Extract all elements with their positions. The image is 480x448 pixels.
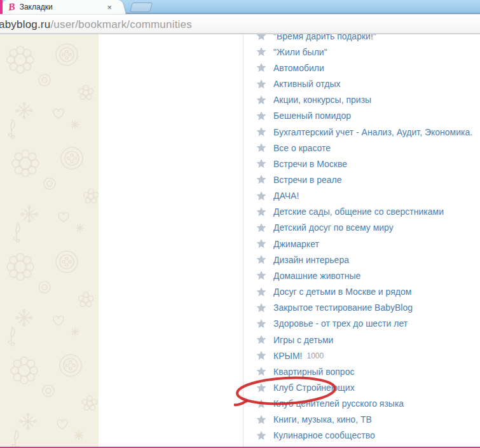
- bookmark-link[interactable]: Домашние животные: [273, 271, 360, 281]
- url-domain: abyblog.ru: [0, 18, 50, 31]
- bookmark-list-item[interactable]: Встречи в Москве: [243, 156, 480, 172]
- bookmark-list-item[interactable]: Домашние животные: [243, 268, 480, 283]
- star-icon[interactable]: [256, 79, 266, 89]
- bookmark-link[interactable]: Книги, музыка, кино, ТВ: [273, 414, 372, 424]
- bookmark-link[interactable]: "Время дарить подарки!": [273, 34, 376, 41]
- star-icon[interactable]: [256, 351, 266, 360]
- bookmark-list-item[interactable]: Активный отдых: [243, 76, 480, 92]
- bookmark-link[interactable]: Активный отдых: [273, 79, 340, 89]
- star-icon[interactable]: [256, 111, 266, 121]
- bookmark-list-item[interactable]: Автомобили: [243, 60, 480, 76]
- bookmark-link[interactable]: Закрытое тестирование BabyBlog: [273, 302, 413, 313]
- bookmark-list-item[interactable]: "Время дарить подарки!": [243, 34, 480, 44]
- star-icon[interactable]: [256, 175, 266, 184]
- bookmark-list-item[interactable]: Кулинарное сообщество: [243, 428, 480, 444]
- bookmark-link[interactable]: "Жили были": [273, 47, 327, 57]
- star-icon[interactable]: [256, 47, 266, 57]
- bookmark-list-item[interactable]: Клуб ценителей русского языка: [243, 396, 480, 412]
- star-icon[interactable]: [256, 399, 266, 409]
- star-icon[interactable]: [256, 271, 266, 280]
- star-icon[interactable]: [256, 223, 266, 233]
- bookmark-link[interactable]: ДАЧА!: [273, 191, 299, 201]
- star-icon[interactable]: [256, 383, 266, 393]
- bookmark-list-item[interactable]: Игры с детьми: [243, 332, 480, 348]
- doodle-pattern-icon: [0, 34, 99, 448]
- bookmark-link[interactable]: Клуб ценителей русского языка: [273, 398, 404, 409]
- star-icon[interactable]: [256, 127, 266, 137]
- tab-close-icon[interactable]: ×: [107, 3, 112, 12]
- page-content: "Время дарить подарки!" "Жили были" Авто…: [0, 34, 480, 448]
- bookmark-link[interactable]: Детские сады, общение со сверстниками: [273, 207, 444, 217]
- star-icon[interactable]: [256, 63, 266, 72]
- bookmark-list-item[interactable]: Детские сады, общение со сверстниками: [243, 204, 480, 220]
- star-icon[interactable]: [256, 431, 266, 440]
- new-tab-button[interactable]: [130, 3, 153, 12]
- bookmark-link[interactable]: Клуб Стройнеющих: [273, 383, 355, 393]
- url-path: /user/bookmark/communities: [50, 18, 192, 31]
- decorative-doodle-sidebar: [0, 34, 99, 448]
- star-icon[interactable]: [256, 191, 266, 201]
- bookmark-link[interactable]: Встречи в реале: [273, 175, 342, 185]
- star-icon[interactable]: [256, 319, 266, 329]
- star-icon[interactable]: [256, 303, 266, 313]
- bookmark-count: 1000: [306, 351, 324, 360]
- bookmark-link[interactable]: КРЫМ!: [273, 351, 302, 361]
- bookmark-link[interactable]: Досуг с детьми в Москве и рядом: [273, 287, 411, 297]
- bookmark-link[interactable]: Все о красоте: [273, 143, 331, 153]
- bookmark-link[interactable]: Акции, конкурсы, призы: [273, 95, 371, 105]
- star-icon[interactable]: [256, 143, 266, 153]
- star-icon[interactable]: [256, 415, 266, 424]
- bookmark-list-item[interactable]: Клуб Стройнеющих: [243, 379, 480, 395]
- bookmark-list: "Время дарить подарки!" "Жили были" Авто…: [243, 34, 480, 444]
- bookmark-list-item[interactable]: ДАЧА!: [243, 188, 480, 204]
- bookmark-list-item[interactable]: КРЫМ! 1000: [243, 348, 480, 363]
- bookmark-list-item[interactable]: Бухгалтерский учет - Анализ, Аудит, Экон…: [243, 124, 480, 140]
- bookmark-link[interactable]: Автомобили: [273, 63, 324, 73]
- bookmark-list-item[interactable]: Здоровье - от трех до шести лет: [243, 316, 480, 332]
- bookmark-list-item[interactable]: Квартирный вопрос: [243, 363, 480, 379]
- bookmark-link[interactable]: Дизайн интерьера: [273, 255, 349, 265]
- bookmark-link[interactable]: Встречи в Москве: [273, 159, 347, 169]
- star-icon[interactable]: [256, 95, 266, 105]
- star-icon[interactable]: [256, 255, 266, 264]
- browser-tab-bookmarks[interactable]: В Закладки ×: [3, 0, 120, 14]
- bookmark-list-item[interactable]: Джимаркет: [243, 236, 480, 252]
- babyblog-b-icon: В: [8, 1, 15, 12]
- bookmark-link[interactable]: Здоровье - от трех до шести лет: [273, 318, 408, 329]
- bookmark-list-item[interactable]: Книги, музыка, кино, ТВ: [243, 412, 480, 428]
- browser-window: В Закладки × abyblog.ru/user/bookmark/co…: [0, 0, 480, 448]
- bookmark-link[interactable]: Бухгалтерский учет - Анализ, Аудит, Экон…: [273, 127, 472, 137]
- bookmark-link[interactable]: Кулинарное сообщество: [273, 430, 375, 440]
- star-icon[interactable]: [256, 335, 266, 344]
- bookmark-list-item[interactable]: Досуг с детьми в Москве и рядом: [243, 284, 480, 300]
- bookmark-list-item[interactable]: "Жили были": [243, 44, 480, 60]
- bookmark-list-item[interactable]: Закрытое тестирование BabyBlog: [243, 300, 480, 316]
- bookmark-link[interactable]: Джимаркет: [273, 239, 319, 249]
- star-icon[interactable]: [256, 207, 266, 217]
- url-text[interactable]: abyblog.ru/user/bookmark/communities: [0, 18, 192, 31]
- bookmark-link[interactable]: Бешеный помидор: [273, 111, 351, 121]
- window-frame-pink-edge: [0, 0, 3, 14]
- bookmark-link[interactable]: Игры с детьми: [273, 335, 333, 345]
- star-icon[interactable]: [256, 287, 266, 297]
- star-icon[interactable]: [256, 34, 266, 41]
- tab-title: Закладки: [20, 3, 107, 11]
- address-bar[interactable]: abyblog.ru/user/bookmark/communities: [0, 14, 480, 34]
- bookmark-link[interactable]: Детский досуг по всему миру: [273, 222, 394, 233]
- bookmark-list-item[interactable]: Дизайн интерьера: [243, 252, 480, 268]
- bookmark-list-item[interactable]: Встречи в реале: [243, 172, 480, 187]
- star-icon[interactable]: [256, 159, 266, 168]
- bookmark-list-item[interactable]: Все о красоте: [243, 140, 480, 156]
- bookmark-link[interactable]: Квартирный вопрос: [273, 367, 354, 377]
- star-icon[interactable]: [256, 239, 266, 248]
- bookmark-list-item[interactable]: Детский досуг по всему миру: [243, 220, 480, 236]
- star-icon[interactable]: [256, 367, 266, 376]
- bookmark-list-item[interactable]: Бешеный помидор: [243, 108, 480, 124]
- bookmark-list-item[interactable]: Акции, конкурсы, призы: [243, 92, 480, 108]
